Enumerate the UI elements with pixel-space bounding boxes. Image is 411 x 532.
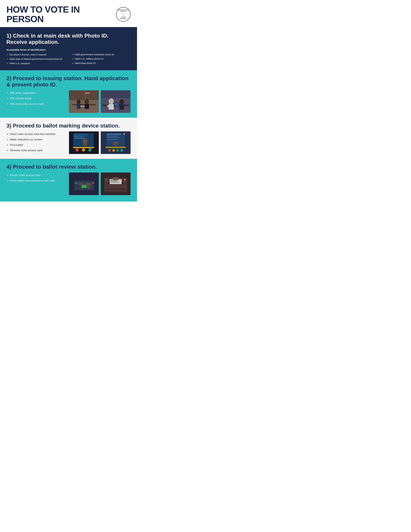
svg-point-31 (83, 138, 87, 144)
id-right-list: Valid government employee photo ID Valid… (72, 52, 131, 65)
svg-rect-37 (107, 134, 121, 135)
svg-rect-59 (75, 182, 77, 184)
section-ballot-review: 4) Proceed to ballot review station. Ret… (0, 159, 137, 201)
svg-rect-16 (109, 104, 114, 110)
list-item: Insert voter access card into machine (6, 131, 66, 137)
svg-rect-53 (78, 185, 90, 187)
svg-rect-20 (114, 103, 119, 106)
section-ballot-marking: 3) Proceed to ballot marking device stat… (0, 118, 137, 159)
review-image-2 (101, 172, 131, 195)
svg-rect-71 (106, 189, 126, 190)
ballot-image-1 (69, 131, 99, 154)
svg-rect-63 (105, 178, 127, 191)
section3-images: X (69, 131, 131, 154)
svg-point-44 (108, 149, 111, 152)
id-right-column: Valid government employee photo ID Valid… (72, 48, 131, 66)
list-item: Valid U.S. military photo ID (72, 57, 131, 61)
svg-rect-40 (107, 139, 117, 140)
svg-rect-4 (86, 93, 90, 93)
svg-rect-67 (110, 181, 118, 181)
checkin-image-1 (69, 90, 99, 113)
svg-rect-39 (107, 137, 120, 138)
list-item: Will encode ballot (6, 96, 66, 101)
svg-rect-41 (123, 133, 125, 135)
page-header: HOW TO VOTE IN PERSON GEORGIA HIGH SCHOO… (0, 0, 137, 28)
svg-point-30 (88, 148, 92, 152)
list-item: Will issue voter access card (6, 101, 66, 107)
svg-rect-12 (101, 90, 131, 113)
svg-rect-48 (106, 147, 126, 148)
id-left-list: GA driver's license, even if expired Val… (6, 52, 65, 66)
svg-rect-6 (72, 104, 96, 105)
list-item: Will verify registration (6, 90, 66, 96)
svg-point-45 (112, 149, 115, 152)
svg-rect-32 (83, 143, 87, 146)
svg-point-9 (84, 99, 89, 104)
svg-rect-50 (69, 172, 99, 195)
svg-rect-18 (120, 104, 124, 110)
list-item: Valid U.S. passport (6, 61, 65, 66)
list-item: Valid tribal photo ID (72, 61, 131, 65)
svg-rect-8 (77, 104, 81, 109)
logo-bottom-text: VOTER PROJECT (118, 17, 129, 19)
section-checkin: 1) Check in at main desk with Photo ID. … (0, 28, 137, 70)
section1-heading: 1) Check in at main desk with Photo ID. … (6, 33, 131, 45)
svg-rect-68 (110, 182, 119, 182)
svg-point-46 (116, 149, 119, 152)
svg-point-7 (77, 100, 81, 104)
id-left-column: Acceptable forms of identification: GA d… (6, 48, 65, 66)
svg-text:X: X (124, 133, 125, 135)
section-issuing-station: 2) Proceed to issuing station. Hand appl… (0, 70, 137, 118)
checkmark-icon: ✓ (122, 12, 125, 17)
section2-images (69, 90, 131, 113)
svg-rect-55 (79, 186, 84, 189)
svg-point-72 (112, 177, 119, 180)
svg-rect-23 (73, 133, 94, 147)
svg-rect-25 (74, 134, 87, 136)
logo: GEORGIA HIGH SCHOOL ✓ VOTER PROJECT (116, 7, 131, 22)
svg-rect-61 (101, 172, 131, 195)
svg-rect-24 (74, 133, 93, 146)
svg-rect-11 (80, 105, 85, 107)
svg-rect-43 (106, 147, 126, 149)
id-heading: Acceptable forms of identification: (6, 48, 65, 51)
svg-rect-26 (74, 136, 84, 137)
section3-bullets: Insert voter access card into machine Ma… (6, 131, 66, 153)
svg-rect-65 (110, 179, 122, 184)
svg-rect-35 (106, 132, 126, 147)
review-image-1 (69, 172, 99, 195)
svg-rect-1 (69, 100, 99, 113)
list-item: Valid state of federal government-issued… (6, 57, 65, 61)
svg-point-60 (92, 182, 94, 184)
svg-point-54 (78, 182, 84, 186)
svg-rect-22 (69, 131, 99, 154)
svg-rect-0 (69, 90, 99, 113)
section3-content: Insert voter access card into machine Ma… (6, 131, 131, 154)
section2-content: Will verify registration Will encode bal… (6, 90, 131, 113)
list-item: Return voter access card (6, 172, 66, 178)
svg-rect-38 (107, 136, 118, 137)
list-item: GA driver's license, even if expired (6, 52, 65, 57)
svg-rect-21 (107, 105, 110, 107)
svg-rect-33 (73, 147, 94, 148)
ballot-image-2: X (101, 131, 131, 154)
section4-images (69, 172, 131, 195)
list-item: Print ballot (6, 142, 66, 148)
logo-top-text: GEORGIA HIGH SCHOOL (118, 9, 129, 12)
svg-rect-66 (110, 180, 119, 180)
section2-bullets: Will verify registration Will encode bal… (6, 90, 66, 106)
svg-rect-62 (104, 177, 127, 192)
section4-content: Return voter access card Insert ballot i… (6, 172, 131, 195)
list-item: Insert ballot into scanner to cast vote (6, 178, 66, 183)
section2-heading: 2) Proceed to issuing station. Hand appl… (6, 75, 131, 88)
svg-rect-34 (101, 131, 131, 154)
svg-rect-51 (74, 180, 94, 190)
checkin-image-2 (101, 90, 131, 113)
section4-heading: 4) Proceed to ballot review station. (6, 164, 131, 170)
section4-bullets: Return voter access card Insert ballot i… (6, 172, 66, 183)
svg-point-29 (82, 148, 85, 152)
svg-point-47 (120, 149, 123, 152)
list-item: Valid government employee photo ID (72, 52, 131, 57)
svg-rect-27 (74, 138, 85, 139)
list-item: Remove voter access card (6, 148, 66, 153)
